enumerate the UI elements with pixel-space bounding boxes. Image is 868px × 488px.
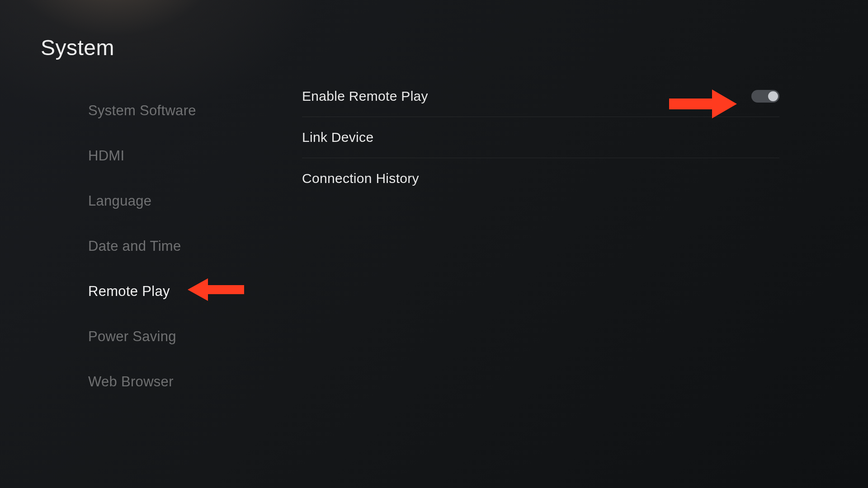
sidebar-item-hdmi[interactable]: HDMI xyxy=(88,133,260,178)
setting-link-device[interactable]: Link Device xyxy=(302,117,779,158)
sidebar-item-language[interactable]: Language xyxy=(88,178,260,224)
sidebar: System Software HDMI Language Date and T… xyxy=(88,88,260,404)
toggle-enable-remote-play[interactable] xyxy=(751,90,779,103)
page-title: System xyxy=(41,35,114,60)
setting-label: Link Device xyxy=(302,130,373,145)
sidebar-item-web-browser[interactable]: Web Browser xyxy=(88,359,260,404)
toggle-knob xyxy=(768,91,778,101)
main-panel: Enable Remote Play Link Device Connectio… xyxy=(302,89,779,199)
setting-label: Enable Remote Play xyxy=(302,89,428,104)
sidebar-item-remote-play[interactable]: Remote Play xyxy=(88,269,260,314)
setting-enable-remote-play[interactable]: Enable Remote Play xyxy=(302,89,779,117)
setting-connection-history[interactable]: Connection History xyxy=(302,158,779,199)
sidebar-item-system-software[interactable]: System Software xyxy=(88,88,260,133)
setting-label: Connection History xyxy=(302,171,419,186)
sidebar-item-power-saving[interactable]: Power Saving xyxy=(88,314,260,359)
sidebar-item-date-and-time[interactable]: Date and Time xyxy=(88,224,260,269)
